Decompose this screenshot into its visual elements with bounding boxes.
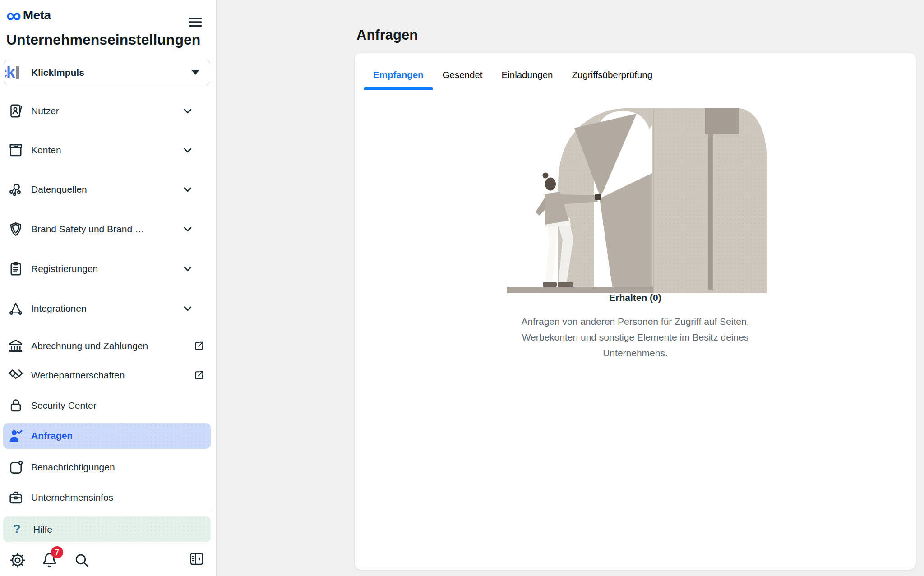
- chevron-down-icon: [181, 183, 194, 196]
- sidebar-item-anfragen[interactable]: Anfragen: [0, 423, 217, 448]
- triangle-nodes-icon: [7, 300, 24, 317]
- meta-logo: ∞ Meta: [6, 6, 51, 24]
- sidebar-item-label: Anfragen: [31, 430, 73, 441]
- chevron-down-icon: [181, 263, 194, 275]
- sidebar-item-label: Benachrichtigungen: [31, 462, 115, 473]
- chevron-down-icon: [181, 105, 194, 117]
- business-name: KlickImpuls: [31, 67, 84, 78]
- sidebar: ∞ Meta Unternehmenseinstellungen ck Klic…: [0, 0, 217, 576]
- requests-card: Empfangen Gesendet Einladungen Zugriffsü…: [355, 53, 916, 570]
- page-title: Unternehmenseinstellungen: [6, 32, 217, 48]
- sidebar-item-nutzer[interactable]: Nutzer: [0, 98, 217, 124]
- storage-box-icon: [7, 142, 24, 159]
- help-label: Hilfe: [33, 524, 52, 535]
- sidebar-item-label: Unternehmensinfos: [31, 492, 113, 503]
- sidebar-item-label: Security Center: [31, 400, 97, 411]
- business-settings-app: ∞ Meta Unternehmenseinstellungen ck Klic…: [0, 0, 924, 576]
- sidebar-divider: [5, 511, 212, 511]
- business-logo: ck: [5, 63, 25, 83]
- sidebar-item-label: Datenquellen: [31, 184, 87, 195]
- handshake-icon: [7, 367, 24, 384]
- collapse-sidebar-icon[interactable]: [188, 550, 206, 568]
- sidebar-item-label: Brand Safety und Brand …: [31, 224, 144, 235]
- lock-icon: [7, 397, 24, 414]
- tab-gesendet[interactable]: Gesendet: [433, 66, 492, 90]
- meta-logo-word: Meta: [23, 8, 51, 23]
- sidebar-item-label: Nutzer: [31, 106, 59, 116]
- external-link-icon: [193, 369, 205, 381]
- sidebar-item-label: Integrationen: [31, 303, 87, 314]
- sidebar-item-abrechnung[interactable]: Abrechnung und Zahlungen: [0, 333, 217, 359]
- sidebar-item-brand-safety[interactable]: Brand Safety und Brand …: [0, 217, 217, 242]
- main-content: Anfragen Empfangen Gesendet Einladungen …: [217, 0, 924, 576]
- business-selector[interactable]: ck KlickImpuls: [4, 60, 210, 85]
- sidebar-item-integrationen[interactable]: Integrationen: [0, 296, 217, 321]
- sidebar-item-registrierungen[interactable]: Registrierungen: [0, 256, 217, 281]
- sidebar-item-label: Registrierungen: [31, 263, 98, 274]
- data-nodes-icon: [7, 181, 24, 198]
- sidebar-bottom-bar: [0, 549, 217, 572]
- main-page-title: Anfragen: [356, 27, 418, 43]
- empty-state-description: Anfragen von anderen Personen für Zugrif…: [504, 313, 766, 361]
- tab-empfangen[interactable]: Empfangen: [364, 66, 433, 90]
- tab-zugriffsueberpruefung[interactable]: Zugriffsüberprüfung: [563, 66, 662, 90]
- meta-infinity-icon: ∞: [6, 6, 20, 24]
- empty-state-illustration: [507, 105, 768, 294]
- chevron-down-icon: [181, 302, 194, 315]
- sidebar-item-unternehmensinfos[interactable]: Unternehmensinfos: [0, 485, 217, 510]
- sidebar-item-label: Werbepartnerschaften: [31, 370, 125, 381]
- sidebar-item-label: Konten: [31, 145, 61, 156]
- sidebar-item-security-center[interactable]: Security Center: [0, 393, 217, 418]
- sidebar-item-werbepartnerschaften[interactable]: Werbepartnerschaften: [0, 363, 217, 388]
- notification-square-icon: [7, 459, 24, 476]
- empty-state-title: Erhalten (0): [500, 292, 771, 303]
- briefcase-icon: [7, 489, 24, 506]
- id-badge-icon: [7, 102, 24, 120]
- search-icon[interactable]: [73, 551, 91, 569]
- question-mark-icon: ?: [13, 522, 30, 536]
- person-check-icon: [7, 427, 24, 444]
- hamburger-menu-icon[interactable]: [187, 14, 204, 31]
- caret-down-icon: [192, 70, 199, 75]
- notification-count-badge: 7: [51, 546, 63, 558]
- shield-icon: [7, 221, 24, 238]
- sidebar-item-label: Abrechnung und Zahlungen: [31, 341, 148, 351]
- settings-gear-icon[interactable]: [9, 551, 27, 569]
- tab-bar: Empfangen Gesendet Einladungen Zugriffsü…: [364, 66, 916, 90]
- bank-icon: [7, 337, 24, 355]
- external-link-icon: [193, 340, 205, 352]
- sidebar-item-benachrichtigungen[interactable]: Benachrichtigungen: [0, 455, 217, 480]
- sidebar-item-datenquellen[interactable]: Datenquellen: [0, 177, 217, 202]
- help-button[interactable]: ? Hilfe: [3, 516, 211, 542]
- chevron-down-icon: [181, 144, 194, 157]
- tab-einladungen[interactable]: Einladungen: [492, 66, 563, 90]
- chevron-down-icon: [181, 223, 194, 235]
- clipboard-icon: [7, 260, 24, 277]
- sidebar-item-konten[interactable]: Konten: [0, 138, 217, 163]
